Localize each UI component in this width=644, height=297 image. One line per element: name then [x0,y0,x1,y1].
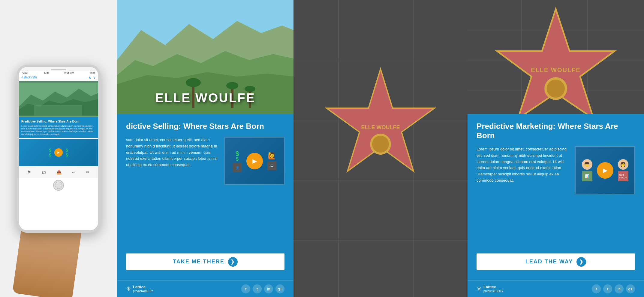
archive-icon[interactable]: 📥 [56,170,62,174]
mid-blue-content: dictive Selling: Where Stars Are Born su… [117,114,293,280]
linkedin-icon[interactable]: in [264,284,273,293]
right-cta-arrow-icon: ❯ [576,257,586,267]
svg-point-25 [372,136,389,153]
mid-cta-button[interactable]: TAKE ME THERE ❯ [126,253,284,270]
dollar-signs-right: $$ [66,148,68,157]
right-social-icons: f t in g+ [592,284,635,293]
mid-dollar-left: $ $ 👤 [233,150,242,172]
lattice-logo-line2: predictABILITY. [133,289,154,293]
right-cartoon-left: 👦 📊 [582,159,592,181]
right-email-body-row: Lorem ipsum dolor sit amet, consectetuer… [477,146,635,247]
right-blue-content: Predictive Marketing: Where Stars Are Bo… [468,114,644,280]
phone-hero-image: ELLE WOULFE [19,81,98,117]
dollar-signs-left: $$ [49,148,51,157]
carrier-label: AT&T [22,71,29,74]
right-facebook-icon[interactable]: f [592,284,601,293]
right-panel: ELLE WOULFE ELLE W [293,0,644,297]
right-play-button[interactable]: ▶ [597,162,613,179]
svg-text:ELLE WOULFE: ELLE WOULFE [361,124,400,130]
mid-social-icons: f t in g+ [241,284,284,293]
right-lattice-logo-line2: predictABILITY. [483,289,504,293]
right-cartoon-right: 👩 NOTLEADS [618,159,628,181]
phone-blue-section: Predictive Selling: Where Stars Are Born… [19,117,98,138]
right-footer: ✳ Lattice predictABILITY. f t in g+ [468,280,644,297]
right-video-thumbnail[interactable]: 👦 📊 ▶ 👩 NOTLEADS [575,146,635,194]
mid-footer: ✳ Lattice predictABILITY. f t in g+ [117,280,293,297]
mid-hero-image: ELLE WOULFE [117,0,293,114]
mid-cta-label: TAKE ME THERE [173,259,224,265]
phone-status-bar: AT&T LTE 8:08 AM 75% [19,71,98,74]
lattice-logo-icon: ✳ [126,285,131,292]
svg-rect-3 [34,105,82,116]
right-lattice-logo-line1: Lattice [483,285,504,289]
phone-video-thumbnail[interactable]: $$ ▶ $$ [19,139,98,166]
phone-play-button[interactable]: ▶ [54,148,63,157]
battery-label: 75% [90,71,95,74]
svg-point-37 [547,80,565,98]
right-lattice-logo: ✳ Lattice predictABILITY. [477,285,504,293]
mid-play-button[interactable]: ▶ [246,153,263,169]
phone-toolbar: ⚑ 🗂 📥 ↩ ✏ [19,166,98,178]
facebook-icon[interactable]: f [241,284,250,293]
folder-icon[interactable]: 🗂 [42,170,46,174]
mid-hero-name: ELLE WOULFE [155,91,255,105]
phone-nav-bar: < Back (99) ∧ ∨ [19,74,98,81]
mid-cartoon-figures: 🙋 💻 [267,152,276,170]
compose-icon[interactable]: ✏ [86,170,90,174]
right-cta-label: LEAD THE WAY [525,259,573,265]
right-linkedin-icon[interactable]: in [615,284,624,293]
nav-arrows: ∧ ∨ [89,75,96,80]
reply-icon[interactable]: ↩ [72,170,76,174]
left-panel: AT&T LTE 8:08 AM 75% < Back (99) ∧ ∨ [0,0,117,297]
twitter-icon[interactable]: t [253,284,262,293]
svg-text:ELLE WOULFE: ELLE WOULFE [531,67,580,73]
time-label: 8:08 AM [64,71,74,74]
mid-lattice-logo: ✳ Lattice predictABILITY. [126,285,154,293]
network-label: LTE [44,71,49,74]
right-lattice-logo-icon: ✳ [477,285,482,292]
right-email-text: Lorem ipsum dolor sit amet, consectetuer… [477,146,569,247]
back-button[interactable]: < Back (99) [21,76,37,79]
right-email-panel: ELLE WOULFE Predictive Marketing: Where … [468,0,644,297]
phone-home-button[interactable] [53,180,64,191]
right-email-title: Predictive Marketing: Where Stars Are Bo… [477,122,635,140]
up-arrow-icon[interactable]: ∧ [89,75,91,80]
mid-email-text: sum dolor sit amet, consectetuer g elit,… [126,137,218,247]
share-icon[interactable]: ⚑ [27,170,31,174]
right-twitter-icon[interactable]: t [603,284,612,293]
mid-email-title: dictive Selling: Where Stars Are Born [126,122,284,131]
phone-article-title: Predictive Selling: Where Stars Are Born [21,120,96,123]
right-hero-image: ELLE WOULFE [468,0,644,114]
phone-mockup: AT&T LTE 8:08 AM 75% < Back (99) ∧ ∨ [17,65,101,233]
mid-email-panel: ELLE WOULFE dictive Selling: Where Stars… [117,0,293,297]
right-spacer: ELLE WOULFE [293,0,468,297]
svg-point-11 [226,82,238,89]
phone-article-text: Lorem ipsum dolor sit amet, consectetuer… [21,125,96,135]
googleplus-icon[interactable]: g+ [275,284,284,293]
right-googleplus-icon[interactable]: g+ [626,284,635,293]
lattice-logo-line1: Lattice [133,285,154,289]
right-cta-button[interactable]: LEAD THE WAY ❯ [477,253,635,270]
mid-video-thumbnail[interactable]: $ $ 👤 ▶ 🙋 💻 [224,137,284,185]
down-arrow-icon[interactable]: ∨ [93,75,96,80]
mid-cta-arrow-icon: ❯ [228,257,238,267]
mid-email-body-row: sum dolor sit amet, consectetuer g elit,… [126,137,284,247]
svg-point-9 [186,78,201,87]
